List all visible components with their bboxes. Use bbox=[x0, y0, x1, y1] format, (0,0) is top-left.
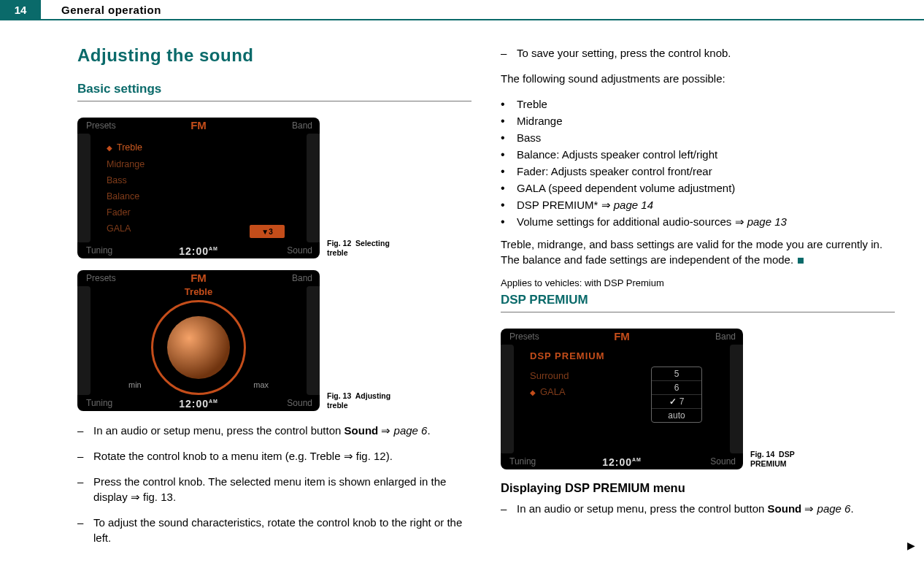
menu-item-gala: GALA bbox=[107, 223, 131, 234]
left-column: Adjusting the sound Basic settings Prese… bbox=[77, 45, 471, 556]
dial-knob bbox=[167, 316, 230, 379]
screen-time: 12:00AM bbox=[77, 245, 320, 257]
continue-arrow-icon: ▶ bbox=[907, 540, 915, 551]
screen-header-treble: Treble bbox=[77, 286, 320, 297]
screen-v3-badge: ▼3 bbox=[250, 225, 285, 238]
bullet-treble: Treble bbox=[501, 96, 895, 112]
figure-12: Presets Band Tuning Sound FM ◆Treble Mid… bbox=[77, 118, 471, 258]
screen-time: 12:00AM bbox=[501, 456, 743, 468]
dsp-option-5: 5 bbox=[652, 367, 701, 381]
trail-text: Treble, midrange, and bass settings are … bbox=[501, 237, 895, 267]
bullet-gala: GALA (speed dependent volume adjustment) bbox=[501, 180, 895, 196]
rule bbox=[77, 101, 471, 101]
screen-fig14: Presets Band Tuning Sound FM DSP PREMIUM… bbox=[501, 329, 743, 469]
menu-item-fader: Fader bbox=[107, 207, 131, 218]
screen-header-fm: FM bbox=[77, 272, 320, 284]
dial-ring bbox=[151, 300, 246, 395]
menu-item-midrange: Midrange bbox=[107, 159, 145, 169]
figure-14: Presets Band Tuning Sound FM DSP PREMIUM… bbox=[501, 329, 895, 469]
end-square-icon bbox=[798, 258, 804, 264]
menu-item-bass: Bass bbox=[107, 175, 127, 185]
heading-dsp-premium: DSP PREMIUM bbox=[501, 293, 895, 307]
screen-fig12: Presets Band Tuning Sound FM ◆Treble Mid… bbox=[77, 118, 320, 258]
bullet-midrange: Midrange bbox=[501, 113, 895, 128]
dsp-item-surround: Surround bbox=[530, 370, 569, 381]
step-3: – Press the control knob. The selected m… bbox=[77, 474, 471, 504]
dsp-option-6: 6 bbox=[652, 381, 701, 395]
dsp-list: Surround ◆GALA bbox=[530, 368, 569, 401]
fig12-caption: Fig. 12 Selecting treble bbox=[327, 239, 407, 258]
figure-13: Presets Band Tuning Sound FM Treble min … bbox=[77, 270, 471, 411]
dsp-item-gala: GALA bbox=[540, 386, 566, 397]
dial-max-label: max bbox=[253, 380, 269, 389]
page-number: 14 bbox=[0, 0, 41, 19]
step-4: – To adjust the sound characteristics, r… bbox=[77, 515, 471, 545]
screen-menu-list: ◆Treble Midrange Bass Balance Fader GALA bbox=[107, 139, 145, 237]
menu-item-balance: Balance bbox=[107, 191, 139, 202]
section-title: General operation bbox=[41, 0, 161, 19]
screen-header-fm: FM bbox=[77, 119, 320, 131]
screen-fig13: Presets Band Tuning Sound FM Treble min … bbox=[77, 270, 320, 411]
fig14-caption: Fig. 14 DSP PREMIUM bbox=[750, 450, 831, 469]
top-bar: 14 General operation bbox=[0, 0, 924, 20]
dial-min-label: min bbox=[128, 380, 142, 389]
step-1: – In an audio or setup menu, press the c… bbox=[77, 423, 471, 438]
heading-adjusting-sound: Adjusting the sound bbox=[77, 45, 471, 66]
screen-time: 12:00AM bbox=[77, 398, 320, 410]
dsp-option-auto: auto bbox=[652, 409, 701, 422]
screen-header-fm: FM bbox=[501, 330, 743, 342]
dsp-option-7: 7 bbox=[652, 395, 701, 409]
adjustments-list: Treble Midrange Bass Balance: Adjusts sp… bbox=[501, 96, 895, 229]
intro-text: The following sound adjustments are poss… bbox=[501, 71, 895, 86]
step-save: – To save your setting, press the contro… bbox=[501, 45, 895, 61]
heading-basic-settings: Basic settings bbox=[77, 82, 471, 96]
dsp-title: DSP PREMIUM bbox=[530, 350, 605, 361]
bullet-balance: Balance: Adjusts speaker control left/ri… bbox=[501, 147, 895, 162]
applies-to-note: Applies to vehicles: with DSP Premium bbox=[501, 277, 895, 288]
bullet-fader: Fader: Adjusts speaker control front/rea… bbox=[501, 164, 895, 179]
dsp-popup: 5 6 7 auto bbox=[651, 367, 702, 423]
heading-displaying-dsp-menu: Displaying DSP PREMIUM menu bbox=[501, 481, 895, 495]
right-column: – To save your setting, press the contro… bbox=[501, 45, 895, 556]
rule bbox=[501, 312, 895, 312]
menu-item-treble: Treble bbox=[117, 142, 142, 153]
bullet-volume-settings: Volume settings for additional audio-sou… bbox=[501, 214, 895, 229]
bullet-dsp: DSP PREMIUM* ⇒ page 14 bbox=[501, 197, 895, 212]
bullet-bass: Bass bbox=[501, 130, 895, 145]
fig13-caption: Fig. 13 Adjusting treble bbox=[327, 391, 407, 411]
dsp-step-1: – In an audio or setup menu, press the c… bbox=[501, 501, 895, 516]
step-2: – Rotate the control knob to a menu item… bbox=[77, 448, 471, 464]
